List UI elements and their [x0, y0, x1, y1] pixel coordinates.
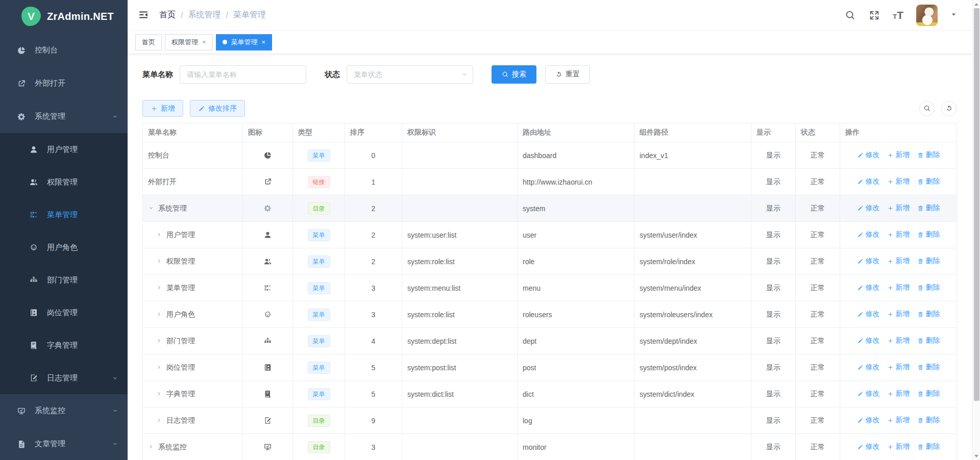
edit-row-link[interactable]: 修改	[857, 177, 880, 186]
table-row: 日志管理目录9log显示正常修改新增删除	[143, 407, 957, 434]
tab[interactable]: 菜单管理×	[216, 34, 273, 50]
sidebar-item-label: 外部打开	[35, 79, 118, 88]
user-menu-caret-icon[interactable]	[950, 11, 957, 20]
sidebar-item[interactable]: 日志管理	[0, 362, 128, 394]
sidebar-item-label: 部门管理	[47, 275, 118, 285]
breadcrumb-item-menu[interactable]: 菜单管理	[233, 10, 266, 20]
menu-name-label: 菜单名称	[142, 70, 173, 80]
expand-row-icon[interactable]	[156, 231, 164, 239]
delete-row-link[interactable]: 删除	[917, 230, 940, 239]
edit-row-link[interactable]: 修改	[857, 150, 880, 160]
add-row-link[interactable]: 新增	[887, 150, 910, 160]
fullscreen-button[interactable]	[869, 10, 880, 21]
breadcrumb-item-home[interactable]: 首页	[159, 10, 176, 20]
delete-row-link[interactable]: 删除	[917, 177, 940, 186]
sidebar-item[interactable]: 权限管理	[0, 166, 128, 198]
sidebar-item[interactable]: 系统监控	[0, 394, 128, 427]
menu-name-input[interactable]	[180, 65, 306, 84]
header-search-button[interactable]	[845, 10, 856, 21]
expand-row-icon[interactable]	[156, 390, 164, 398]
sidebar-item[interactable]: 文章管理	[0, 427, 128, 460]
add-menu-button[interactable]: 新增	[142, 100, 183, 117]
edit-row-link[interactable]: 修改	[857, 283, 880, 292]
sidebar-item[interactable]: 菜单管理	[0, 198, 128, 231]
sidebar-item[interactable]: 控制台	[0, 34, 128, 67]
delete-row-link[interactable]: 删除	[917, 203, 940, 213]
sidebar-item[interactable]: 用户管理	[0, 133, 128, 166]
sidebar-item[interactable]: 用户角色	[0, 231, 128, 264]
add-row-link[interactable]: 新增	[887, 283, 910, 292]
scrollbar-down-arrow[interactable]	[973, 452, 980, 460]
sidebar-item[interactable]: 系统管理	[0, 100, 128, 133]
search-button[interactable]: 搜索	[492, 65, 536, 84]
delete-row-link[interactable]: 删除	[917, 257, 940, 266]
breadcrumb-item-system[interactable]: 系统管理	[188, 10, 220, 20]
edit-row-link[interactable]: 修改	[857, 389, 880, 398]
edit-row-link-label: 修改	[866, 416, 880, 425]
add-row-link-label: 新增	[896, 283, 910, 292]
tab-close-icon[interactable]: ×	[262, 39, 266, 45]
robot-icon	[29, 243, 38, 252]
tab-close-icon[interactable]: ×	[202, 39, 206, 45]
collapse-row-icon[interactable]	[148, 205, 156, 213]
tab[interactable]: 首页	[135, 34, 162, 50]
sidebar-item[interactable]: 字典管理	[0, 329, 128, 362]
refresh-table-button[interactable]	[941, 101, 957, 116]
edit-row-link[interactable]: 修改	[857, 363, 880, 372]
status-select[interactable]	[347, 65, 473, 84]
add-row-link[interactable]: 新增	[887, 416, 910, 425]
gear-icon	[263, 204, 272, 213]
delete-row-link[interactable]: 删除	[917, 310, 940, 319]
org-tree-icon	[29, 275, 38, 285]
add-row-link[interactable]: 新增	[887, 310, 910, 319]
brand[interactable]: V ZrAdmin.NET	[0, 0, 128, 33]
add-row-link[interactable]: 新增	[887, 257, 910, 266]
expand-row-icon[interactable]	[156, 417, 164, 425]
delete-row-link[interactable]: 删除	[917, 336, 940, 345]
edit-row-link[interactable]: 修改	[857, 310, 880, 319]
expand-row-icon[interactable]	[148, 443, 156, 451]
add-row-link[interactable]: 新增	[887, 336, 910, 345]
expand-row-icon[interactable]	[156, 311, 164, 319]
delete-row-link[interactable]: 删除	[917, 389, 940, 398]
delete-row-link[interactable]: 删除	[917, 416, 940, 425]
add-row-link[interactable]: 新增	[887, 389, 910, 398]
edit-row-link[interactable]: 修改	[857, 230, 880, 239]
expand-row-icon[interactable]	[156, 258, 164, 266]
font-size-button[interactable]: TT	[893, 10, 903, 20]
sidebar-item[interactable]: 部门管理	[0, 264, 128, 296]
delete-row-link[interactable]: 删除	[917, 363, 940, 372]
edit-row-link[interactable]: 修改	[857, 203, 880, 213]
edit-row-link[interactable]: 修改	[857, 416, 880, 425]
table-row: 岗位管理菜单5system:post:listpostsystem/post/i…	[143, 354, 957, 381]
edit-row-link[interactable]: 修改	[857, 336, 880, 345]
add-row-link[interactable]: 新增	[887, 203, 910, 213]
edit-row-link[interactable]: 修改	[857, 442, 880, 451]
edit-icon	[857, 444, 864, 450]
edit-sort-button[interactable]: 修改排序	[190, 100, 245, 117]
edit-row-link[interactable]: 修改	[857, 257, 880, 266]
add-row-link[interactable]: 新增	[887, 363, 910, 372]
expand-row-icon[interactable]	[156, 364, 164, 372]
plus-icon	[887, 311, 894, 318]
scrollbar-thumb[interactable]	[974, 8, 979, 401]
reset-button[interactable]: 重置	[545, 65, 590, 84]
type-tag: 菜单	[308, 149, 330, 162]
expand-row-icon[interactable]	[156, 284, 164, 292]
add-row-link[interactable]: 新增	[887, 177, 910, 186]
delete-row-link[interactable]: 删除	[917, 283, 940, 292]
delete-row-link[interactable]: 删除	[917, 150, 940, 160]
add-row-link[interactable]: 新增	[887, 230, 910, 239]
sidebar-item[interactable]: 外部打开	[0, 67, 128, 100]
scrollbar-up-arrow[interactable]	[973, 0, 980, 8]
avatar[interactable]	[916, 5, 938, 26]
tab[interactable]: 权限管理×	[165, 34, 213, 50]
expand-row-icon[interactable]	[156, 337, 164, 345]
header-row: 菜单名称图标类型排序权限标识路由地址组件路径显示状态操作	[143, 123, 957, 142]
sidebar-fold-button[interactable]	[138, 9, 150, 21]
delete-row-link[interactable]: 删除	[917, 442, 940, 451]
show-search-toggle-button[interactable]	[919, 101, 935, 116]
sidebar-item[interactable]: 岗位管理	[0, 296, 128, 329]
tags-view-bar: 首页权限管理×菜单管理×	[128, 31, 972, 54]
add-row-link[interactable]: 新增	[887, 442, 910, 451]
